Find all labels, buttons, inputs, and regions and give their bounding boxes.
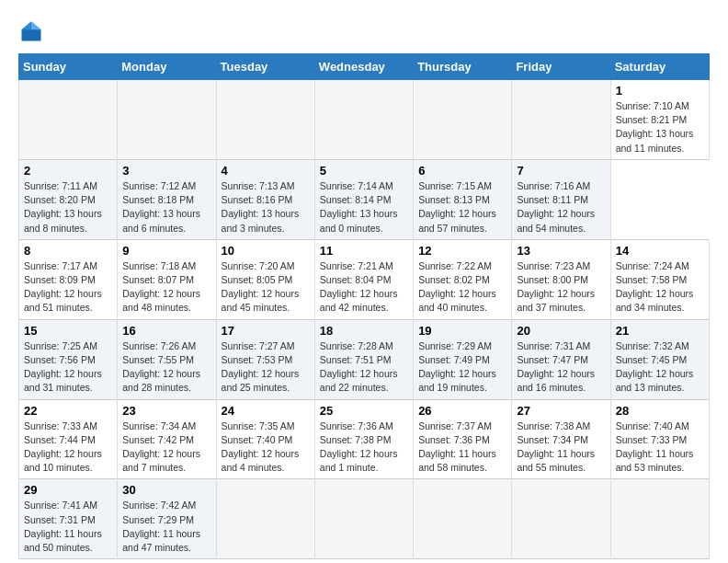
calendar-cell: 30 Sunrise: 7:42 AM Sunset: 7:29 PM Dayl… (118, 479, 216, 559)
calendar-cell (414, 479, 512, 559)
logo (18, 18, 48, 44)
day-info: Sunrise: 7:15 AM Sunset: 8:13 PM Dayligh… (418, 179, 506, 236)
weekday-header: Tuesday (216, 54, 314, 80)
day-number: 14 (616, 244, 704, 258)
calendar-cell: 8 Sunrise: 7:17 AM Sunset: 8:09 PM Dayli… (19, 239, 118, 319)
calendar-week-row: 8 Sunrise: 7:17 AM Sunset: 8:09 PM Dayli… (19, 239, 710, 319)
calendar-cell: 20 Sunrise: 7:31 AM Sunset: 7:47 PM Dayl… (512, 319, 610, 399)
day-number: 15 (24, 324, 112, 338)
calendar-cell: 21 Sunrise: 7:32 AM Sunset: 7:45 PM Dayl… (610, 319, 709, 399)
day-number: 8 (24, 244, 112, 258)
day-info: Sunrise: 7:38 AM Sunset: 7:34 PM Dayligh… (517, 419, 605, 476)
day-info: Sunrise: 7:13 AM Sunset: 8:16 PM Dayligh… (222, 179, 310, 236)
day-info: Sunrise: 7:32 AM Sunset: 7:45 PM Dayligh… (616, 339, 704, 396)
calendar-cell: 24 Sunrise: 7:35 AM Sunset: 7:40 PM Dayl… (216, 399, 314, 479)
day-number: 23 (122, 404, 210, 418)
calendar-cell: 13 Sunrise: 7:23 AM Sunset: 8:00 PM Dayl… (512, 239, 610, 319)
calendar-table: SundayMondayTuesdayWednesdayThursdayFrid… (18, 53, 710, 559)
day-info: Sunrise: 7:37 AM Sunset: 7:36 PM Dayligh… (418, 419, 506, 476)
day-info: Sunrise: 7:10 AM Sunset: 8:21 PM Dayligh… (616, 99, 704, 155)
day-number: 7 (517, 164, 605, 178)
calendar-cell: 26 Sunrise: 7:37 AM Sunset: 7:36 PM Dayl… (414, 399, 512, 479)
day-info: Sunrise: 7:27 AM Sunset: 7:53 PM Dayligh… (222, 339, 310, 396)
calendar-cell: 4 Sunrise: 7:13 AM Sunset: 8:16 PM Dayli… (216, 159, 314, 239)
page-header (18, 18, 710, 44)
day-info: Sunrise: 7:29 AM Sunset: 7:49 PM Dayligh… (418, 339, 506, 396)
weekday-header: Saturday (610, 54, 709, 80)
calendar-cell: 7 Sunrise: 7:16 AM Sunset: 8:11 PM Dayli… (512, 159, 610, 239)
day-info: Sunrise: 7:24 AM Sunset: 7:58 PM Dayligh… (616, 259, 704, 316)
calendar-cell: 19 Sunrise: 7:29 AM Sunset: 7:49 PM Dayl… (414, 319, 512, 399)
calendar-cell: 15 Sunrise: 7:25 AM Sunset: 7:56 PM Dayl… (19, 319, 118, 399)
calendar-cell: 2 Sunrise: 7:11 AM Sunset: 8:20 PM Dayli… (19, 159, 118, 239)
calendar-cell: 25 Sunrise: 7:36 AM Sunset: 7:38 PM Dayl… (314, 399, 413, 479)
calendar-week-row: 1 Sunrise: 7:10 AM Sunset: 8:21 PM Dayli… (19, 80, 710, 160)
svg-marker-1 (31, 22, 41, 30)
calendar-cell (314, 479, 413, 559)
calendar-cell (314, 80, 413, 160)
calendar-cell (512, 80, 610, 160)
day-info: Sunrise: 7:31 AM Sunset: 7:47 PM Dayligh… (517, 339, 605, 396)
calendar-cell (512, 479, 610, 559)
day-info: Sunrise: 7:11 AM Sunset: 8:20 PM Dayligh… (24, 179, 112, 236)
day-info: Sunrise: 7:12 AM Sunset: 8:18 PM Dayligh… (122, 179, 210, 236)
calendar-cell: 10 Sunrise: 7:20 AM Sunset: 8:05 PM Dayl… (216, 239, 314, 319)
day-number: 5 (320, 164, 408, 178)
calendar-cell: 28 Sunrise: 7:40 AM Sunset: 7:33 PM Dayl… (610, 399, 709, 479)
day-number: 10 (222, 244, 310, 258)
day-number: 2 (24, 164, 112, 178)
calendar-cell: 18 Sunrise: 7:28 AM Sunset: 7:51 PM Dayl… (314, 319, 413, 399)
calendar-cell: 14 Sunrise: 7:24 AM Sunset: 7:58 PM Dayl… (610, 239, 709, 319)
calendar-cell: 9 Sunrise: 7:18 AM Sunset: 8:07 PM Dayli… (118, 239, 216, 319)
day-number: 9 (122, 244, 210, 258)
day-info: Sunrise: 7:23 AM Sunset: 8:00 PM Dayligh… (517, 259, 605, 316)
calendar-cell (216, 80, 314, 160)
day-info: Sunrise: 7:42 AM Sunset: 7:29 PM Dayligh… (122, 499, 210, 555)
calendar-cell: 27 Sunrise: 7:38 AM Sunset: 7:34 PM Dayl… (512, 399, 610, 479)
calendar-week-row: 2 Sunrise: 7:11 AM Sunset: 8:20 PM Dayli… (19, 159, 710, 239)
calendar-cell (118, 80, 216, 160)
calendar-cell: 16 Sunrise: 7:26 AM Sunset: 7:55 PM Dayl… (118, 319, 216, 399)
day-number: 13 (517, 244, 605, 258)
weekday-header: Friday (512, 54, 610, 80)
calendar-week-row: 15 Sunrise: 7:25 AM Sunset: 7:56 PM Dayl… (19, 319, 710, 399)
day-number: 3 (122, 164, 210, 178)
day-number: 28 (616, 404, 704, 418)
calendar-cell (19, 80, 118, 160)
calendar-cell: 5 Sunrise: 7:14 AM Sunset: 8:14 PM Dayli… (314, 159, 413, 239)
calendar-week-row: 22 Sunrise: 7:33 AM Sunset: 7:44 PM Dayl… (19, 399, 710, 479)
day-number: 11 (320, 244, 408, 258)
day-number: 20 (517, 324, 605, 338)
calendar-cell: 1 Sunrise: 7:10 AM Sunset: 8:21 PM Dayli… (610, 80, 709, 160)
calendar-cell: 22 Sunrise: 7:33 AM Sunset: 7:44 PM Dayl… (19, 399, 118, 479)
calendar-cell: 6 Sunrise: 7:15 AM Sunset: 8:13 PM Dayli… (414, 159, 512, 239)
day-info: Sunrise: 7:36 AM Sunset: 7:38 PM Dayligh… (320, 419, 408, 476)
calendar-week-row: 29 Sunrise: 7:41 AM Sunset: 7:31 PM Dayl… (19, 479, 710, 559)
day-info: Sunrise: 7:40 AM Sunset: 7:33 PM Dayligh… (616, 419, 704, 476)
day-info: Sunrise: 7:41 AM Sunset: 7:31 PM Dayligh… (24, 499, 112, 555)
day-number: 24 (222, 404, 310, 418)
calendar-cell: 17 Sunrise: 7:27 AM Sunset: 7:53 PM Dayl… (216, 319, 314, 399)
day-info: Sunrise: 7:34 AM Sunset: 7:42 PM Dayligh… (122, 419, 210, 476)
day-number: 29 (24, 483, 112, 497)
day-number: 19 (418, 324, 506, 338)
calendar-cell: 12 Sunrise: 7:22 AM Sunset: 8:02 PM Dayl… (414, 239, 512, 319)
weekday-header: Sunday (19, 54, 118, 80)
day-number: 27 (517, 404, 605, 418)
day-number: 12 (418, 244, 506, 258)
day-info: Sunrise: 7:22 AM Sunset: 8:02 PM Dayligh… (418, 259, 506, 316)
day-number: 6 (418, 164, 506, 178)
day-info: Sunrise: 7:33 AM Sunset: 7:44 PM Dayligh… (24, 419, 112, 476)
day-number: 25 (320, 404, 408, 418)
day-number: 22 (24, 404, 112, 418)
day-number: 4 (222, 164, 310, 178)
day-number: 16 (122, 324, 210, 338)
day-number: 18 (320, 324, 408, 338)
svg-marker-2 (22, 22, 32, 30)
weekday-header: Monday (118, 54, 216, 80)
calendar-cell: 23 Sunrise: 7:34 AM Sunset: 7:42 PM Dayl… (118, 399, 216, 479)
day-number: 1 (616, 84, 704, 98)
day-info: Sunrise: 7:14 AM Sunset: 8:14 PM Dayligh… (320, 179, 408, 236)
day-info: Sunrise: 7:35 AM Sunset: 7:40 PM Dayligh… (222, 419, 310, 476)
day-info: Sunrise: 7:16 AM Sunset: 8:11 PM Dayligh… (517, 179, 605, 236)
